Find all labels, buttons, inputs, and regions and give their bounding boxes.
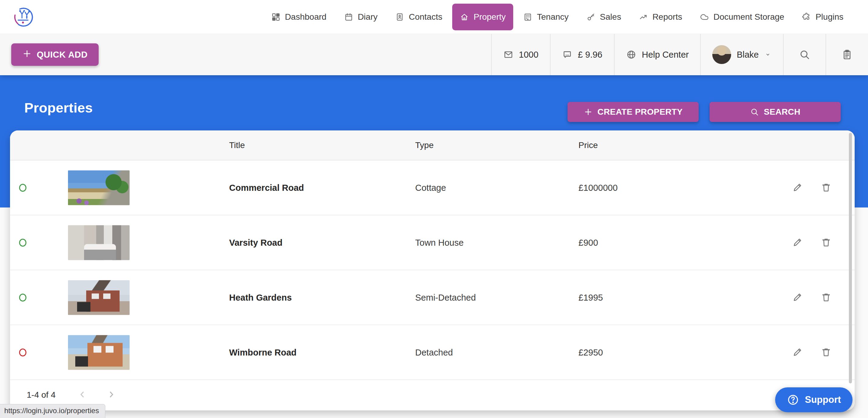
mail-icon xyxy=(503,50,514,60)
juvo-logo[interactable] xyxy=(12,5,35,29)
pencil-icon xyxy=(792,291,803,303)
dashboard-icon xyxy=(271,12,280,22)
trash-icon xyxy=(820,182,832,194)
sms-balance: £ 9.96 xyxy=(578,50,602,60)
trash-icon xyxy=(820,346,832,358)
row-actions xyxy=(792,236,832,249)
support-button[interactable]: Support xyxy=(775,387,852,412)
row-actions xyxy=(792,346,832,358)
quick-add-button[interactable]: QUICK ADD xyxy=(11,43,99,66)
chevron-down-icon xyxy=(764,51,772,58)
clipboard-icon xyxy=(841,49,853,60)
delete-button[interactable] xyxy=(820,291,832,303)
property-title: Commercial Road xyxy=(229,183,304,193)
property-title: Varsity Road xyxy=(229,237,283,248)
pencil-icon xyxy=(792,346,803,358)
contacts-icon xyxy=(395,12,404,22)
edit-button[interactable] xyxy=(792,346,803,358)
search-icon xyxy=(799,49,810,60)
nav-items: Dashboard Diary Contacts Property Tenanc… xyxy=(264,4,851,30)
chat-bubble-icon xyxy=(562,50,572,60)
column-header-type: Type xyxy=(415,140,434,150)
avatar xyxy=(712,45,731,64)
tenancy-icon xyxy=(523,12,532,22)
reports-icon xyxy=(639,12,648,22)
status-indicator xyxy=(19,294,26,301)
property-price: £1000000 xyxy=(579,183,618,193)
property-title: Heath Gardens xyxy=(229,292,292,302)
property-thumbnail xyxy=(68,170,130,205)
column-header-title: Title xyxy=(229,140,245,150)
property-type: Detached xyxy=(415,347,453,357)
user-menu[interactable]: Blake xyxy=(700,34,783,75)
table-row[interactable]: Commercial Road Cottage £1000000 xyxy=(10,160,855,215)
nav-item-sales[interactable]: Sales xyxy=(579,4,629,30)
table-row[interactable]: Varsity Road Town House £900 xyxy=(10,215,855,270)
app-window: Dashboard Diary Contacts Property Tenanc… xyxy=(0,0,868,418)
help-center-button[interactable]: Help Center xyxy=(614,34,701,75)
table-row[interactable]: Heath Gardens Semi-Detached £1995 xyxy=(10,270,855,325)
property-thumbnail xyxy=(68,280,130,315)
status-indicator xyxy=(19,239,26,247)
edit-button[interactable] xyxy=(792,291,803,303)
delete-button[interactable] xyxy=(820,236,832,249)
messages-button[interactable]: 1000 xyxy=(491,34,550,75)
nav-item-contacts[interactable]: Contacts xyxy=(388,4,450,30)
pagination-next-button[interactable] xyxy=(106,389,116,401)
property-table-body: Commercial Road Cottage £1000000 Va xyxy=(10,160,855,380)
plugins-icon xyxy=(802,12,811,22)
edit-button[interactable] xyxy=(792,236,803,249)
globe-icon xyxy=(626,50,637,60)
toolbar-right: 1000 £ 9.96 Help Center Blake xyxy=(491,34,868,75)
row-actions xyxy=(792,291,832,303)
sms-balance-button[interactable]: £ 9.96 xyxy=(550,34,614,75)
trash-icon xyxy=(820,236,832,249)
pagination-range: 1-4 of 4 xyxy=(27,390,56,400)
nav-item-document-storage[interactable]: Document Storage xyxy=(692,4,792,30)
document-storage-icon xyxy=(700,12,709,22)
chevron-left-icon xyxy=(78,389,88,401)
delete-button[interactable] xyxy=(820,182,832,194)
top-navigation: Dashboard Diary Contacts Property Tenanc… xyxy=(0,0,868,34)
trash-icon xyxy=(820,291,832,303)
search-icon xyxy=(750,107,759,117)
clipboard-button[interactable] xyxy=(826,34,868,75)
create-property-button[interactable]: CREATE PROPERTY xyxy=(567,102,699,122)
property-type: Semi-Detached xyxy=(415,292,476,302)
global-search-button[interactable] xyxy=(783,34,826,75)
property-price: £2950 xyxy=(579,347,603,357)
plus-icon xyxy=(584,107,593,117)
browser-status-url: https://login.juvo.io/properties xyxy=(0,404,105,418)
properties-card: Title Type Price Commercial Road Cottage… xyxy=(10,130,855,410)
secondary-toolbar: QUICK ADD 1000 £ 9.96 Help Center Blake xyxy=(0,34,868,75)
table-footer: 1-4 of 4 xyxy=(10,380,855,410)
property-price: £1995 xyxy=(579,292,603,302)
scrollbar[interactable] xyxy=(849,133,852,383)
property-price: £900 xyxy=(579,237,598,248)
nav-item-plugins[interactable]: Plugins xyxy=(794,4,851,30)
property-type: Cottage xyxy=(415,183,446,193)
column-header-price: Price xyxy=(579,140,598,150)
status-indicator xyxy=(19,184,26,192)
nav-item-dashboard[interactable]: Dashboard xyxy=(264,4,334,30)
header-actions: CREATE PROPERTY SEARCH xyxy=(567,102,841,122)
nav-item-property[interactable]: Property xyxy=(452,4,513,30)
property-icon xyxy=(460,12,469,22)
property-thumbnail xyxy=(68,225,130,260)
nav-item-diary[interactable]: Diary xyxy=(337,4,385,30)
chevron-right-icon xyxy=(106,389,116,401)
search-button[interactable]: SEARCH xyxy=(710,102,841,122)
delete-button[interactable] xyxy=(820,346,832,358)
property-thumbnail xyxy=(68,335,130,370)
property-title: Wimborne Road xyxy=(229,347,297,357)
table-row[interactable]: Wimborne Road Detached £2950 xyxy=(10,325,855,380)
pagination-previous-button[interactable] xyxy=(78,389,88,401)
nav-item-reports[interactable]: Reports xyxy=(631,4,690,30)
pencil-icon xyxy=(792,182,803,194)
edit-button[interactable] xyxy=(792,182,803,194)
help-circle-icon xyxy=(787,393,799,406)
table-header: Title Type Price xyxy=(10,130,855,160)
nav-item-tenancy[interactable]: Tenancy xyxy=(516,4,576,30)
juvo-logo-icon xyxy=(12,5,35,29)
property-type: Town House xyxy=(415,237,464,248)
